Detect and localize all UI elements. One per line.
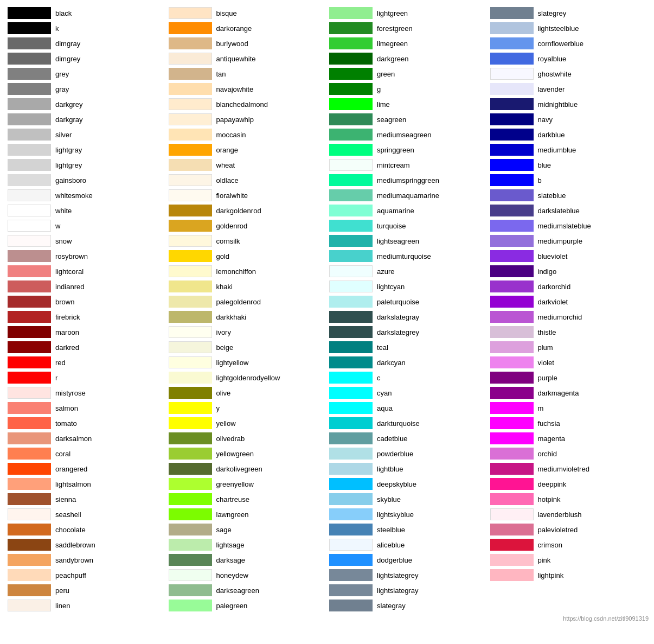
- color-swatch: [8, 569, 51, 581]
- color-name-label: steelblue: [377, 526, 405, 534]
- color-name-label: c: [377, 374, 381, 382]
- color-name-label: mediumslateblue: [538, 222, 591, 230]
- color-swatch: [8, 402, 51, 414]
- color-swatch: [169, 463, 212, 475]
- color-name-label: lightgrey: [55, 161, 82, 169]
- color-swatch: [329, 174, 373, 186]
- color-name-label: palevioletred: [538, 526, 578, 534]
- color-name-label: darksalmon: [55, 435, 92, 443]
- color-name-label: cadetblue: [377, 435, 407, 443]
- color-name-label: lightcoral: [55, 267, 84, 276]
- color-swatch: [169, 250, 212, 262]
- color-item: linen: [5, 598, 166, 613]
- color-name-label: darkslateblue: [538, 207, 580, 215]
- color-name-label: seashell: [55, 511, 81, 519]
- color-swatch: [169, 372, 212, 384]
- color-swatch: [8, 220, 51, 232]
- color-swatch: [490, 326, 534, 338]
- color-item: m: [488, 400, 649, 416]
- color-item: r: [5, 370, 166, 385]
- color-name-label: y: [216, 404, 220, 412]
- color-name-label: darkslategrey: [377, 328, 419, 336]
- color-item: fuchsia: [488, 416, 649, 431]
- color-name-label: darkkhaki: [216, 313, 247, 321]
- color-item: lightslategray: [327, 583, 488, 598]
- color-swatch: [329, 83, 373, 95]
- color-item: sandybrown: [5, 552, 166, 568]
- color-swatch: [169, 83, 212, 95]
- color-item: forestgreen: [327, 21, 488, 36]
- color-item: indianred: [5, 279, 166, 294]
- color-name-label: indigo: [538, 267, 557, 276]
- color-name-label: slategrey: [538, 9, 567, 17]
- color-name-label: deepskyblue: [377, 480, 416, 488]
- color-item: lightpink: [488, 568, 649, 583]
- color-item: dodgerblue: [327, 552, 488, 568]
- color-swatch: [8, 432, 51, 444]
- color-name-label: silver: [55, 131, 72, 139]
- color-name-label: burlywood: [216, 40, 248, 48]
- color-item: olive: [166, 385, 328, 400]
- color-name-label: antiquewhite: [216, 55, 256, 63]
- color-name-label: darkturquoise: [377, 419, 420, 428]
- color-name-label: w: [55, 222, 60, 230]
- color-name-label: brown: [55, 298, 74, 306]
- color-swatch: [8, 98, 51, 110]
- column-0: blackkdimgraydimgreygreygraydarkgreydark…: [5, 5, 166, 613]
- color-name-label: aqua: [377, 404, 393, 412]
- color-name-label: magenta: [538, 435, 566, 443]
- color-item: mintcream: [327, 157, 488, 173]
- color-item: khaki: [166, 279, 328, 294]
- color-item: k: [5, 21, 166, 36]
- color-item: darkturquoise: [327, 416, 488, 431]
- color-item: lightgrey: [5, 157, 166, 173]
- color-swatch: [490, 235, 534, 247]
- color-item: brown: [5, 294, 166, 309]
- color-name-label: lawngreen: [216, 511, 249, 519]
- color-name-label: hotpink: [538, 495, 561, 503]
- color-swatch: [8, 448, 51, 460]
- color-name-label: darkcyan: [377, 359, 406, 367]
- color-name-label: olivedrab: [216, 435, 245, 443]
- color-swatch: [8, 539, 51, 551]
- color-name-label: darksage: [216, 556, 245, 564]
- color-name-label: mediumseagreen: [377, 131, 431, 139]
- color-swatch: [329, 356, 373, 368]
- color-item: lightsteelblue: [488, 21, 649, 36]
- color-swatch: [490, 174, 534, 186]
- column-3: slategreylightsteelbluecornflowerblueroy…: [488, 5, 649, 613]
- color-swatch: [329, 220, 373, 232]
- color-name-label: crimson: [538, 541, 563, 549]
- color-item: greenyellow: [166, 476, 328, 492]
- color-name-label: salmon: [55, 404, 78, 412]
- color-name-label: springgreen: [377, 146, 414, 154]
- color-item: ivory: [166, 324, 328, 340]
- color-name-label: deeppink: [538, 480, 567, 488]
- color-swatch: [169, 220, 212, 232]
- color-swatch: [8, 53, 51, 65]
- color-swatch: [169, 508, 212, 520]
- color-item: wheat: [166, 157, 328, 173]
- color-item: sage: [166, 522, 328, 537]
- color-swatch: [490, 280, 534, 292]
- color-swatch: [8, 296, 51, 308]
- color-item: slategrey: [488, 5, 649, 21]
- color-swatch: [490, 493, 534, 505]
- color-name-label: dodgerblue: [377, 556, 412, 564]
- color-item: steelblue: [327, 522, 488, 537]
- column-1: bisquedarkorangeburlywoodantiquewhitetan…: [166, 5, 328, 613]
- color-item: palegoldenrod: [166, 294, 328, 309]
- color-item: orchid: [488, 446, 649, 461]
- color-item: silver: [5, 127, 166, 142]
- color-item: antiquewhite: [166, 51, 328, 66]
- color-name-label: purple: [538, 374, 557, 382]
- color-swatch: [169, 387, 212, 399]
- color-name-label: greenyellow: [216, 480, 254, 488]
- color-name-label: cyan: [377, 389, 392, 397]
- color-name-label: orange: [216, 146, 238, 154]
- color-name-label: white: [55, 207, 72, 215]
- color-name-label: lightslategrey: [377, 571, 419, 579]
- color-swatch: [169, 493, 212, 505]
- color-swatch: [490, 205, 534, 216]
- color-item: lightgray: [5, 142, 166, 157]
